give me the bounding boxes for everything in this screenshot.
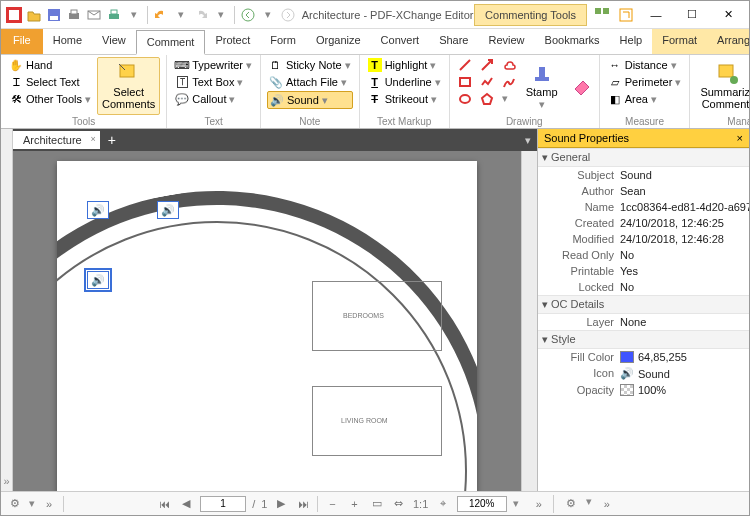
shape-arrow-button[interactable] <box>478 57 496 73</box>
prop-fill-color[interactable]: 64,85,255 <box>620 351 749 363</box>
page-next-icon[interactable]: ▶ <box>273 495 289 513</box>
left-pane-toggle[interactable]: » <box>1 129 13 491</box>
nav-back-dropdown-icon[interactable]: ▾ <box>259 6 277 24</box>
shape-pencil-button[interactable] <box>500 74 518 90</box>
area-button[interactable]: ◧Area ▾ <box>606 91 684 107</box>
save-icon[interactable] <box>45 6 63 24</box>
tab-convert[interactable]: Convert <box>371 29 430 54</box>
shape-polyline-button[interactable] <box>478 74 496 90</box>
tab-form[interactable]: Form <box>260 29 306 54</box>
tab-view[interactable]: View <box>92 29 136 54</box>
print-icon[interactable] <box>65 6 83 24</box>
nav-back-icon[interactable] <box>239 6 257 24</box>
tab-arrange[interactable]: Arrange <box>707 29 750 54</box>
redo-icon[interactable] <box>192 6 210 24</box>
nav-fwd-icon[interactable] <box>279 6 297 24</box>
sound-annotation-selected[interactable]: 🔊 <box>87 271 109 289</box>
prop-locked[interactable]: No <box>620 281 749 293</box>
sb-collapse-icon[interactable]: » <box>531 495 547 513</box>
strikeout-button[interactable]: TStrikeout ▾ <box>366 91 443 107</box>
minimize-button[interactable]: — <box>641 5 671 25</box>
undo-icon[interactable] <box>152 6 170 24</box>
tab-share[interactable]: Share <box>429 29 478 54</box>
prop-name[interactable]: 1cc08364-ed81-4d20-a6970f0520... <box>620 201 749 213</box>
highlight-button[interactable]: THighlight ▾ <box>366 57 443 73</box>
shape-dropdown-button[interactable]: ▾ <box>500 91 518 106</box>
qat-dropdown-icon[interactable]: ▾ <box>125 6 143 24</box>
section-style[interactable]: ▾ Style <box>538 330 749 349</box>
zoom-selection-icon[interactable]: ⌖ <box>435 495 451 513</box>
section-general[interactable]: ▾ General <box>538 148 749 167</box>
tab-format[interactable]: Format <box>652 29 707 54</box>
distance-button[interactable]: ↔Distance ▾ <box>606 57 684 73</box>
stamp-button[interactable]: Stamp▾ <box>522 57 562 115</box>
tab-home[interactable]: Home <box>43 29 92 54</box>
redo-dropdown-icon[interactable]: ▾ <box>212 6 230 24</box>
zoom-input[interactable] <box>457 496 507 512</box>
sb-more-icon[interactable]: » <box>41 495 57 513</box>
eraser-button[interactable] <box>566 57 598 115</box>
props-gear-icon[interactable]: ⚙ <box>562 495 580 513</box>
shape-polygon-button[interactable] <box>478 91 496 107</box>
summarize-comments-button[interactable]: Summarize Comments <box>696 57 750 115</box>
document-tab[interactable]: Architecture× <box>13 131 100 149</box>
zoom-out-icon[interactable]: − <box>324 495 340 513</box>
typewriter-button[interactable]: ⌨Typewriter ▾ <box>173 57 254 73</box>
sound-button[interactable]: 🔊Sound ▾ <box>267 91 353 109</box>
email-icon[interactable] <box>85 6 103 24</box>
perimeter-button[interactable]: ▱Perimeter ▾ <box>606 74 684 90</box>
maximize-button[interactable]: ☐ <box>677 5 707 25</box>
tab-overflow-icon[interactable]: ▾ <box>519 134 537 147</box>
prop-icon[interactable]: 🔊Sound <box>620 367 749 380</box>
tab-comment[interactable]: Comment <box>136 30 206 55</box>
attach-file-button[interactable]: 📎Attach File ▾ <box>267 74 353 90</box>
page-first-icon[interactable]: ⏮ <box>156 495 172 513</box>
open-icon[interactable] <box>25 6 43 24</box>
page-number-input[interactable] <box>200 496 246 512</box>
tab-organize[interactable]: Organize <box>306 29 371 54</box>
sound-annotation[interactable]: 🔊 <box>157 201 179 219</box>
prop-opacity[interactable]: 100% <box>620 384 749 396</box>
close-button[interactable]: ✕ <box>713 5 743 25</box>
options-gear-icon[interactable]: ⚙ <box>7 495 23 513</box>
tab-bookmarks[interactable]: Bookmarks <box>535 29 610 54</box>
prop-author[interactable]: Sean <box>620 185 749 197</box>
hand-tool-button[interactable]: ✋Hand <box>7 57 93 73</box>
other-tools-button[interactable]: 🛠Other Tools ▾ <box>7 91 93 107</box>
shape-rect-button[interactable] <box>456 74 474 90</box>
prop-readonly[interactable]: No <box>620 249 749 261</box>
vertical-scrollbar[interactable] <box>521 151 537 491</box>
callout-button[interactable]: 💬Callout ▾ <box>173 91 254 107</box>
underline-button[interactable]: TUnderline ▾ <box>366 74 443 90</box>
document-viewport[interactable]: BEDROOMS LIVING ROOM 🔊 🔊 🔊 <box>13 151 521 491</box>
props-more-icon[interactable]: » <box>598 495 616 513</box>
prop-subject[interactable]: Sound <box>620 169 749 181</box>
launch-icon[interactable] <box>617 6 635 24</box>
file-tab[interactable]: File <box>1 29 43 54</box>
prop-layer[interactable]: None <box>620 316 749 328</box>
section-oc[interactable]: ▾ OC Details <box>538 295 749 314</box>
sticky-note-button[interactable]: 🗒Sticky Note ▾ <box>267 57 353 73</box>
tab-help[interactable]: Help <box>610 29 653 54</box>
textbox-button[interactable]: 🅃Text Box ▾ <box>173 74 254 90</box>
zoom-in-icon[interactable]: + <box>346 495 362 513</box>
tab-review[interactable]: Review <box>478 29 534 54</box>
fit-width-icon[interactable]: ⇔ <box>391 495 407 513</box>
shape-line-button[interactable] <box>456 57 474 73</box>
select-text-button[interactable]: ᏆSelect Text <box>7 74 93 90</box>
properties-close-icon[interactable]: × <box>737 132 743 144</box>
actual-size-icon[interactable]: 1:1 <box>413 495 429 513</box>
fill-color-swatch[interactable] <box>620 351 634 363</box>
tab-protect[interactable]: Protect <box>205 29 260 54</box>
tab-close-icon[interactable]: × <box>90 134 95 144</box>
shape-oval-button[interactable] <box>456 91 474 107</box>
ui-options-icon[interactable] <box>593 6 611 24</box>
select-comments-button[interactable]: Select Comments <box>97 57 160 115</box>
page-prev-icon[interactable]: ◀ <box>178 495 194 513</box>
undo-dropdown-icon[interactable]: ▾ <box>172 6 190 24</box>
shape-cloud-button[interactable] <box>500 57 518 73</box>
add-tab-button[interactable]: + <box>100 132 124 148</box>
fit-page-icon[interactable]: ▭ <box>368 495 384 513</box>
sound-annotation[interactable]: 🔊 <box>87 201 109 219</box>
scan-icon[interactable] <box>105 6 123 24</box>
